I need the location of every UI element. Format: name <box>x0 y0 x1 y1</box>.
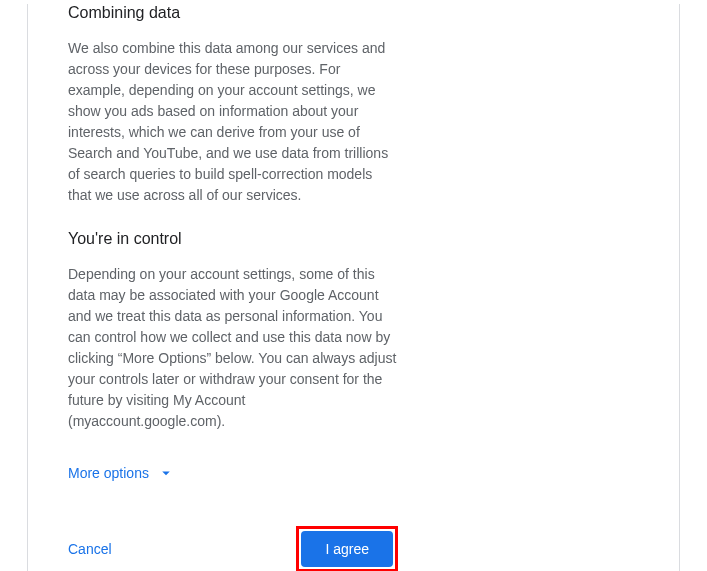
youre-in-control-heading: You're in control <box>68 230 398 248</box>
agree-highlight-box: I agree <box>296 526 398 571</box>
more-options-label: More options <box>68 465 149 481</box>
chevron-down-icon <box>157 464 175 482</box>
content-column: Combining data We also combine this data… <box>68 4 398 571</box>
combining-data-heading: Combining data <box>68 4 398 22</box>
agree-button[interactable]: I agree <box>301 531 393 567</box>
cancel-button[interactable]: Cancel <box>68 541 112 557</box>
more-options-toggle[interactable]: More options <box>68 464 175 482</box>
youre-in-control-body: Depending on your account settings, some… <box>68 264 398 432</box>
actions-row: Cancel I agree <box>68 526 398 571</box>
signup-consent-card: Combining data We also combine this data… <box>27 4 680 571</box>
combining-data-body: We also combine this data among our serv… <box>68 38 398 206</box>
